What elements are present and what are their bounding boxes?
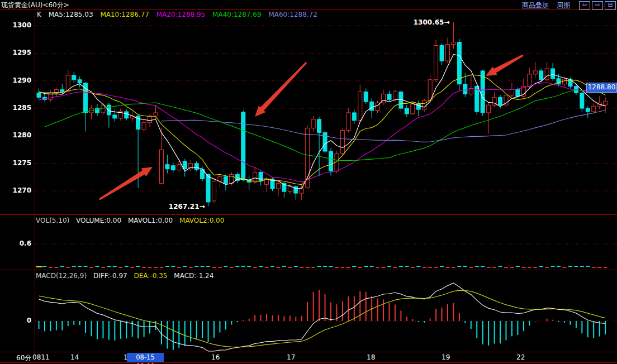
dea-value: DEA:-0.35 <box>134 272 168 280</box>
ma40-value: MA40:1287.69 <box>212 11 262 18</box>
overlay-link[interactable]: 商品叠加 <box>522 1 549 10</box>
volume-value: VOLUME:0.00 <box>76 217 121 224</box>
forward-arrow-icon[interactable]: ⇨ <box>592 1 603 9</box>
kline-indicator-header: K MA5:1285.03 MA10:1286.77 MA20:1288.95 … <box>37 11 322 18</box>
high-price-annotation: 1300.65→ <box>414 18 450 26</box>
toolbar: 商品叠加 周期 ⇦ ⇨ ⊟ <box>522 1 616 10</box>
trading-terminal: 现货黄金(AU)<60分> 商品叠加 周期 ⇦ ⇨ ⊟ K MA5:1285.0… <box>0 0 617 364</box>
annotation-arrow <box>486 55 524 76</box>
ma10-value: MA10:1286.77 <box>100 11 149 18</box>
period-link[interactable]: 周期 <box>557 1 570 10</box>
ma5-value: MA5:1285.03 <box>49 11 93 18</box>
mavol1-value: MAVOL1:0.00 <box>128 217 173 224</box>
annotation-arrow <box>99 167 153 200</box>
mavol2-value: MAVOL2:0.00 <box>179 217 224 224</box>
k-label: K <box>37 11 41 18</box>
chart-canvas[interactable] <box>0 0 617 364</box>
last-price-tag: 1288.80 <box>586 83 617 93</box>
volume-indicator-header: VOL(5,10) VOLUME:0.00 MAVOL1:0.00 MAVOL2… <box>36 217 229 224</box>
low-price-annotation: 1267.21→ <box>169 203 205 210</box>
macd-indicator-header: MACD(12,26,9) DIFF:-0.97 DEA:-0.35 MACD:… <box>36 272 218 280</box>
back-arrow-icon[interactable]: ⇦ <box>579 1 590 9</box>
title-bar: 现货黄金(AU)<60分> 商品叠加 周期 ⇦ ⇨ ⊟ <box>0 0 617 9</box>
window-title: 现货黄金(AU)<60分> <box>1 1 69 10</box>
vol-label: VOL(5,10) <box>36 217 69 224</box>
macd-value: MACD:-1.24 <box>174 272 213 280</box>
save-view-icon[interactable]: ⊟ <box>605 1 616 9</box>
selected-time-badge[interactable]: 08-15 00:00 <box>127 353 164 362</box>
ma60-value: MA60:1288.72 <box>268 11 317 18</box>
diff-value: DIFF:-0.97 <box>93 272 127 280</box>
ma20-value: MA20:1288.95 <box>156 11 206 18</box>
macd-label: MACD(12,26,9) <box>36 272 87 280</box>
